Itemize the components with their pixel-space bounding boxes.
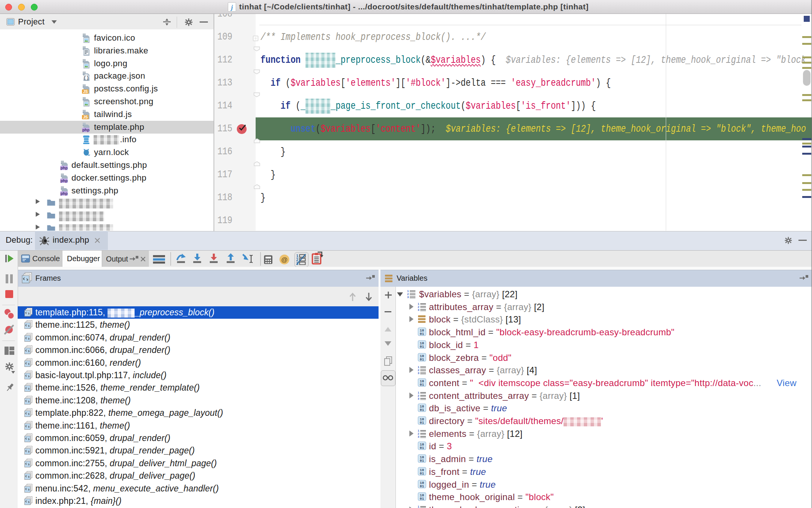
svg-text:@: @: [281, 256, 288, 263]
